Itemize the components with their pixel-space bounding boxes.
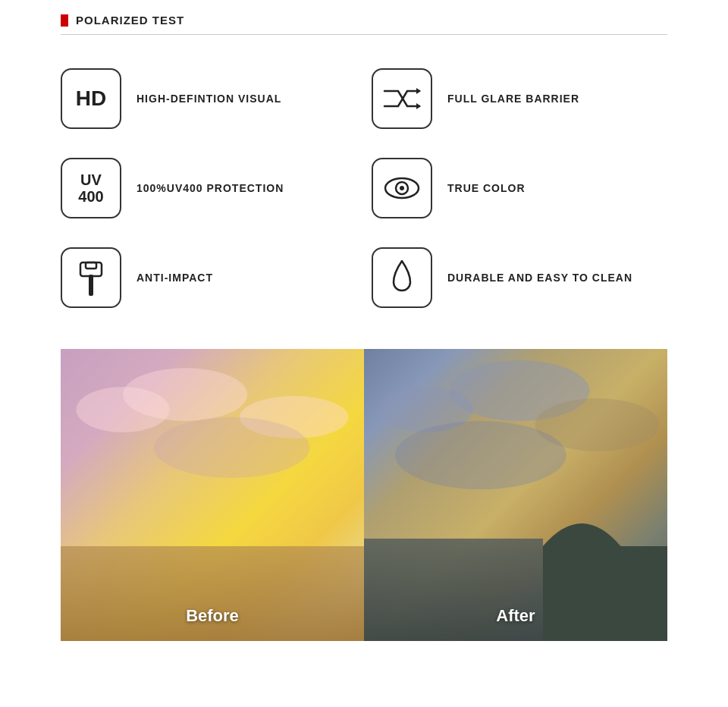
header-accent	[61, 14, 68, 27]
svg-rect-7	[86, 262, 96, 269]
section-title: POLARIZED TEST	[76, 14, 184, 27]
shuffle-icon-box	[372, 68, 432, 129]
comparison-container: Before After	[61, 349, 667, 641]
hammer-icon-box	[61, 247, 121, 308]
hammer-icon	[74, 258, 108, 297]
feature-durable-clean: DURABLE AND EASY TO CLEAN	[372, 237, 667, 319]
before-canvas	[61, 349, 364, 641]
drop-icon-box	[372, 247, 432, 308]
after-label: After	[496, 606, 535, 626]
feature-glare-barrier: FULL GLARE BARRIER	[372, 58, 667, 140]
features-grid: HD HIGH-DEFINTION VISUAL FULL GLARE BARR…	[61, 58, 667, 319]
section-header: POLARIZED TEST	[61, 0, 667, 35]
svg-point-4	[400, 186, 404, 190]
hd-icon-box: HD	[61, 68, 121, 129]
feature-anti-impact: ANTI-IMPACT	[61, 237, 356, 319]
durable-label: DURABLE AND EASY TO CLEAN	[447, 272, 632, 284]
truecolor-label: TRUE COLOR	[447, 182, 526, 194]
svg-marker-0	[416, 88, 421, 94]
feature-hd-visual: HD HIGH-DEFINTION VISUAL	[61, 58, 356, 140]
after-side: After	[364, 349, 667, 641]
eye-icon-box	[372, 158, 432, 218]
page-container: POLARIZED TEST HD HIGH-DEFINTION VISUAL …	[0, 0, 728, 641]
svg-rect-5	[89, 275, 93, 296]
eye-icon	[382, 175, 422, 201]
uv-label: 100%UV400 PROTECTION	[136, 182, 284, 194]
uv-icon: UV400	[78, 171, 103, 205]
before-label: Before	[186, 606, 239, 626]
hd-label: HIGH-DEFINTION VISUAL	[136, 93, 281, 105]
drop-icon	[388, 258, 416, 297]
before-side: Before	[61, 349, 364, 641]
antiimpact-label: ANTI-IMPACT	[136, 272, 213, 284]
feature-true-color: TRUE COLOR	[372, 147, 667, 229]
shuffle-icon	[383, 85, 421, 112]
hd-icon: HD	[76, 88, 106, 109]
glare-label: FULL GLARE BARRIER	[447, 93, 579, 105]
after-canvas	[364, 349, 667, 641]
feature-uv-protection: UV400 100%UV400 PROTECTION	[61, 147, 356, 229]
svg-marker-1	[416, 103, 421, 109]
uv-icon-box: UV400	[61, 158, 121, 218]
